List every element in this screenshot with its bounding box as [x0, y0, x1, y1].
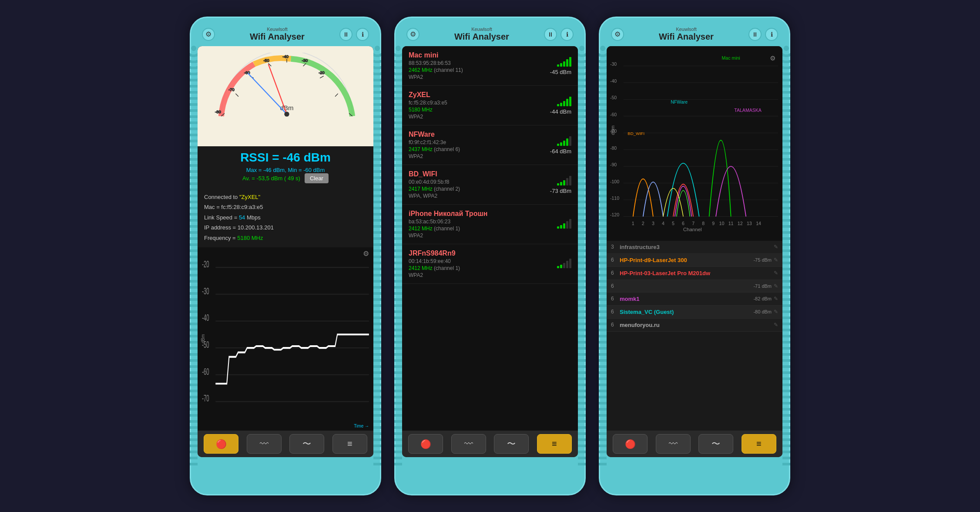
device-1: ⚙ Keuwlsoft Wifi Analyser ⏸ ℹ	[190, 17, 381, 495]
meter-icon-3: 🔴	[625, 439, 636, 449]
svg-line-6	[320, 76, 323, 78]
connection-info: Connected to "ZyXEL" Mac = fc:f5:28:c9:a…	[198, 188, 373, 247]
nav-list-btn[interactable]: ≡	[332, 434, 367, 454]
chart-x-label: Time →	[354, 424, 369, 428]
channel-icon: 〰	[260, 439, 268, 449]
device-1-inner: -80 -70 -60 -50 -40 -30 -20 dBm	[198, 46, 373, 457]
ch-dbm: -75 dBm	[753, 257, 772, 263]
wifi-item[interactable]: ZyXEL fc:f5:28:c9:a3:e5 5180 MHz WPA2 -4…	[402, 86, 578, 125]
svg-text:12: 12	[738, 221, 743, 226]
device-2: ⚙ Keuwlsoft Wifi Analyser ⏸ ℹ Mac mini 8…	[394, 17, 586, 495]
ch-edit-icon[interactable]: ✎	[774, 309, 778, 315]
av-value: Av. = -53,5 dBm ( 49 s)	[242, 175, 300, 182]
nav-wave-btn[interactable]: 〜	[289, 434, 324, 454]
nav-meter-btn-2[interactable]: 🔴	[408, 434, 443, 454]
channel-item[interactable]: 6 -71 dBm ✎	[607, 280, 782, 293]
svg-text:2: 2	[642, 221, 644, 226]
svg-text:dBm: dBm	[610, 125, 615, 135]
svg-text:-40: -40	[610, 78, 617, 84]
svg-line-18	[268, 64, 287, 114]
nav-list-btn-3[interactable]: ≡	[742, 434, 776, 454]
wifi-item[interactable]: Mac mini 88:53:95:28:b6:53 2462 MHz (cha…	[402, 46, 578, 86]
nav-list-btn-2[interactable]: ≡	[537, 434, 572, 454]
svg-point-19	[284, 112, 289, 117]
svg-text:-100: -100	[610, 179, 619, 184]
settings-button-1[interactable]: ⚙	[202, 28, 215, 41]
pause-button-1[interactable]: ⏸	[339, 28, 352, 41]
nav-channel-btn-2[interactable]: 〰	[451, 434, 486, 454]
conn-speed-line: Link Speed = 54 Mbps	[204, 212, 367, 222]
meter-svg: -80 -70 -60 -50 -40 -30 -20 dBm	[204, 53, 369, 122]
ch-name: infrastructure3	[620, 244, 772, 250]
device-2-header: ⚙ Keuwlsoft Wifi Analyser ⏸ ℹ	[402, 24, 578, 46]
info-button-1[interactable]: ℹ	[356, 28, 369, 41]
nav-wave-btn-3[interactable]: 〜	[698, 434, 733, 454]
channel-item[interactable]: 6 Sistema_VC (Guest) -80 dBm ✎	[607, 306, 782, 319]
svg-text:9: 9	[712, 221, 715, 226]
meter-icon: 🔴	[216, 439, 227, 449]
nav-channel-btn-3[interactable]: 〰	[656, 434, 691, 454]
channel-item[interactable]: 6 HP-Print-d9-LaserJet 300 -75 dBm ✎	[607, 254, 782, 267]
brand-sub-2: Keuwlsoft	[420, 27, 544, 32]
svg-text:-70: -70	[228, 87, 235, 92]
ch-edit-icon[interactable]: ✎	[774, 270, 778, 276]
list-icon: ≡	[347, 439, 352, 449]
mini-chart: ⚙ dBm Time → -20 -30 -40 -50 -60 -70	[198, 247, 373, 431]
brand-3: Keuwlsoft Wifi Analyser	[624, 27, 748, 42]
wifi-item[interactable]: JRFnS984Rn9 00:14:1b:59:ee:40 2412 MHz (…	[402, 244, 578, 284]
conn-mac-line: Mac = fc:f5:28:c9:a3:e5	[204, 202, 367, 212]
device-3-header: ⚙ Keuwlsoft Wifi Analyser ⏸ ℹ	[607, 24, 782, 46]
info-button-2[interactable]: ℹ	[560, 28, 574, 41]
info-button-3[interactable]: ℹ	[765, 28, 778, 41]
svg-text:-90: -90	[610, 162, 617, 167]
device-3-inner: ⚙ -30 -40 -50 -60 -70 -80 -90 -100 -110 …	[607, 46, 782, 457]
nav-meter-btn-3[interactable]: 🔴	[613, 434, 648, 454]
channel-item[interactable]: 6 HP-Print-03-LaserJet Pro M201dw ✎	[607, 267, 782, 280]
rssi-maxmin: Max = -46 dBm, Min = -60 dBm	[204, 167, 367, 173]
svg-text:-30: -30	[202, 286, 209, 296]
pause-button-2[interactable]: ⏸	[544, 28, 557, 41]
meter-section: -80 -70 -60 -50 -40 -30 -20 dBm	[198, 46, 373, 146]
svg-text:6: 6	[682, 221, 685, 226]
settings-button-2[interactable]: ⚙	[406, 28, 420, 41]
device-2-inner: Mac mini 88:53:95:28:b6:53 2462 MHz (cha…	[402, 46, 578, 457]
wifi-item[interactable]: iPhone Николай Трошн ba:53:ac:5b:06:23 2…	[402, 205, 578, 244]
svg-text:5: 5	[672, 221, 675, 226]
bottom-nav-3: 🔴 〰 〜 ≡	[607, 431, 782, 457]
svg-text:1: 1	[632, 221, 634, 226]
channel-item[interactable]: 6 menuforyou.ru ✎	[607, 319, 782, 332]
svg-text:-80: -80	[610, 145, 617, 151]
svg-text:3: 3	[652, 221, 654, 226]
ch-edit-icon[interactable]: ✎	[774, 296, 778, 302]
svg-text:10: 10	[719, 221, 725, 226]
ch-edit-icon[interactable]: ✎	[774, 322, 778, 328]
wifi-item[interactable]: BD_WIFI 00:e0:4d:09:5b:f8 2417 MHz (chan…	[402, 165, 578, 205]
ch-edit-icon[interactable]: ✎	[774, 244, 778, 250]
device-1-screen: -80 -70 -60 -50 -40 -30 -20 dBm	[198, 46, 373, 457]
ch-number: 6	[611, 296, 620, 302]
wifi-item[interactable]: NFWare f0:9f:c2:f1:42:3e 2437 MHz (chann…	[402, 125, 578, 165]
svg-text:-70: -70	[202, 393, 209, 404]
nav-channel-btn[interactable]: 〰	[247, 434, 282, 454]
ch-edit-icon[interactable]: ✎	[774, 283, 778, 289]
ch-edit-icon[interactable]: ✎	[774, 257, 778, 263]
chart-gear-icon[interactable]: ⚙	[363, 249, 369, 258]
settings-button-3[interactable]: ⚙	[611, 28, 624, 41]
channel-item[interactable]: 3 infrastructure3 ✎	[607, 241, 782, 254]
clear-button[interactable]: Clear	[305, 173, 329, 183]
svg-text:⚙: ⚙	[770, 54, 775, 62]
channel-item[interactable]: 6 momk1 -82 dBm ✎	[607, 293, 782, 306]
svg-text:11: 11	[728, 221, 734, 226]
rssi-value: RSSI = -46 dBm	[204, 151, 367, 165]
connected-label: Connected to	[204, 194, 239, 200]
wave-icon-2: 〜	[507, 438, 516, 450]
ch-name: Sistema_VC (Guest)	[620, 309, 753, 315]
bottom-nav-2: 🔴 〰 〜 ≡	[402, 431, 578, 457]
pause-button-3[interactable]: ⏸	[748, 28, 762, 41]
conn-ssid-line: Connected to "ZyXEL"	[204, 192, 367, 202]
nav-meter-btn[interactable]: 🔴	[204, 434, 238, 454]
nav-wave-btn-2[interactable]: 〜	[494, 434, 529, 454]
svg-line-7	[335, 94, 338, 97]
time-chart-svg: -20 -30 -40 -50 -60 -70	[200, 249, 371, 428]
ch-number: 6	[611, 283, 620, 289]
